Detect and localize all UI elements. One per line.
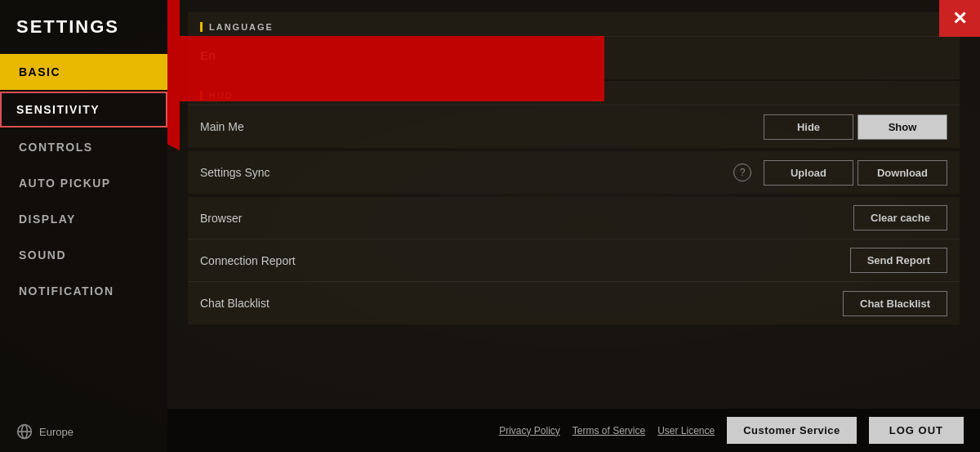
upload-download-pair: Upload Download bbox=[764, 160, 947, 186]
content-area: LANGUAGE En HUD Main Me bbox=[167, 0, 980, 408]
sidebar-item-controls[interactable]: CONTROLS bbox=[0, 129, 167, 165]
help-icon[interactable]: ? bbox=[733, 163, 751, 181]
settings-sync-row: Settings Sync ? Upload Download bbox=[188, 151, 960, 194]
sidebar-item-basic[interactable]: BASIC bbox=[0, 54, 167, 90]
sidebar-item-notification[interactable]: NOTIFICATION bbox=[0, 273, 167, 309]
settings-sync-block: Settings Sync ? Upload Download bbox=[188, 151, 960, 194]
globe-icon bbox=[16, 423, 33, 440]
sidebar-item-sound[interactable]: SOUND bbox=[0, 237, 167, 273]
language-block: LANGUAGE En bbox=[188, 12, 960, 79]
close-button[interactable]: ✕ bbox=[939, 0, 980, 37]
language-section-header: LANGUAGE bbox=[188, 12, 960, 37]
chat-blacklist-button[interactable]: Chat Blacklist bbox=[843, 291, 947, 316]
terms-of-service-link[interactable]: Terms of Service bbox=[572, 425, 645, 436]
sidebar-item-auto-pickup[interactable]: AUTO PICKUP bbox=[0, 165, 167, 201]
utilities-block: Browser Clear cache Connection Report Se… bbox=[188, 197, 960, 324]
language-value-row: En bbox=[188, 37, 960, 79]
sidebar-item-sensitivity[interactable]: SENSITIVITY bbox=[0, 92, 167, 128]
hud-block: HUD Main Me Hide Show bbox=[188, 81, 960, 148]
connection-report-label: Connection Report bbox=[200, 254, 850, 267]
browser-row: Browser Clear cache bbox=[188, 197, 960, 239]
sidebar-item-display[interactable]: DISPLAY bbox=[0, 201, 167, 237]
arrow-section: HUD Main Me Hide Show bbox=[188, 81, 960, 150]
sidebar: SETTINGS BASIC SENSITIVITY CONTROLS AUTO… bbox=[0, 0, 167, 452]
language-section-label: LANGUAGE bbox=[200, 22, 274, 32]
hud-section-header: HUD bbox=[188, 81, 960, 105]
chat-blacklist-row: Chat Blacklist Chat Blacklist bbox=[188, 282, 960, 324]
upload-button[interactable]: Upload bbox=[764, 160, 853, 186]
main-content: ✕ LANGUAGE En bbox=[167, 0, 980, 452]
main-menu-row: Main Me Hide Show bbox=[188, 105, 960, 148]
main-menu-label: Main Me bbox=[200, 120, 764, 133]
send-report-button[interactable]: Send Report bbox=[850, 248, 947, 273]
region-label: Europe bbox=[39, 426, 74, 438]
region-selector[interactable]: Europe bbox=[0, 411, 167, 452]
logout-button[interactable]: LOG OUT bbox=[869, 417, 964, 444]
settings-sync-label: Settings Sync bbox=[200, 166, 733, 179]
chat-blacklist-label: Chat Blacklist bbox=[200, 297, 843, 310]
customer-service-button[interactable]: Customer Service bbox=[727, 417, 857, 444]
clear-cache-button[interactable]: Clear cache bbox=[853, 205, 947, 230]
settings-title: SETTINGS bbox=[0, 16, 167, 54]
connection-report-row: Connection Report Send Report bbox=[188, 239, 960, 282]
language-value: En bbox=[200, 48, 216, 62]
user-licence-link[interactable]: User Licence bbox=[657, 425, 715, 436]
content-inner: LANGUAGE En HUD Main Me bbox=[167, 0, 980, 408]
browser-label: Browser bbox=[200, 212, 853, 225]
hud-section-label: HUD bbox=[200, 91, 234, 101]
show-button[interactable]: Show bbox=[858, 114, 947, 140]
hide-show-pair: Hide Show bbox=[764, 114, 947, 140]
settings-dialog: SETTINGS BASIC SENSITIVITY CONTROLS AUTO… bbox=[0, 0, 980, 452]
hide-button[interactable]: Hide bbox=[764, 114, 853, 140]
bottom-bar: Privacy Policy Terms of Service User Lic… bbox=[167, 408, 980, 452]
download-button[interactable]: Download bbox=[858, 160, 947, 186]
privacy-policy-link[interactable]: Privacy Policy bbox=[499, 425, 560, 436]
